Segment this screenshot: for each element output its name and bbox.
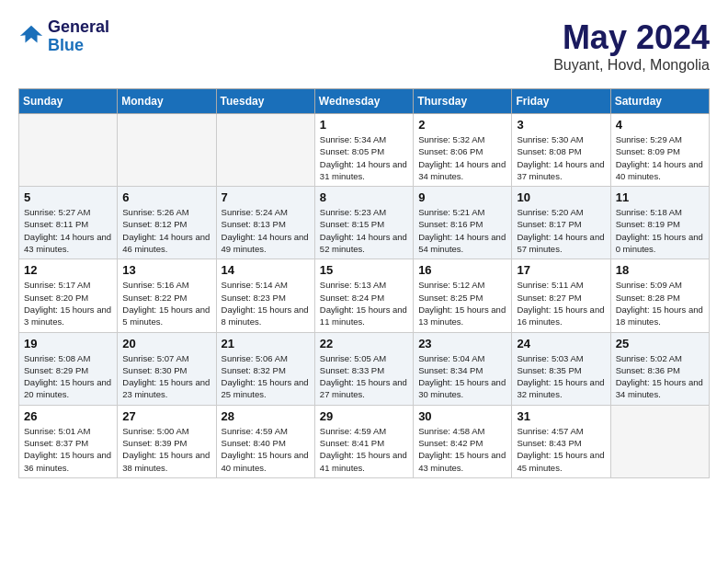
day-number: 24 — [517, 337, 605, 350]
calendar-cell: 19Sunrise: 5:08 AMSunset: 8:29 PMDayligh… — [19, 332, 118, 405]
weekday-header-wednesday: Wednesday — [314, 89, 413, 114]
day-info: Sunrise: 5:26 AMSunset: 8:12 PMDaylight:… — [122, 206, 210, 255]
calendar-cell: 3Sunrise: 5:30 AMSunset: 8:08 PMDaylight… — [512, 114, 610, 187]
weekday-header-row: SundayMondayTuesdayWednesdayThursdayFrid… — [19, 89, 710, 114]
day-info: Sunrise: 5:09 AMSunset: 8:28 PMDaylight:… — [616, 279, 704, 327]
calendar-cell: 15Sunrise: 5:13 AMSunset: 8:24 PMDayligh… — [314, 259, 413, 332]
calendar-cell — [216, 114, 314, 187]
calendar-cell: 5Sunrise: 5:27 AMSunset: 8:11 PMDaylight… — [19, 187, 118, 259]
day-info: Sunrise: 4:57 AMSunset: 8:43 PMDaylight:… — [517, 425, 605, 474]
svg-marker-0 — [20, 26, 42, 43]
day-info: Sunrise: 5:02 AMSunset: 8:36 PMDaylight:… — [616, 352, 704, 401]
page-header: General Blue May 2024 Buyant, Hovd, Mong… — [18, 18, 710, 74]
weekday-header-monday: Monday — [118, 89, 216, 114]
day-number: 1 — [320, 118, 408, 132]
calendar-cell: 26Sunrise: 5:01 AMSunset: 8:37 PMDayligh… — [19, 405, 118, 477]
day-number: 17 — [517, 263, 605, 277]
calendar-cell: 27Sunrise: 5:00 AMSunset: 8:39 PMDayligh… — [118, 405, 216, 477]
calendar-cell: 20Sunrise: 5:07 AMSunset: 8:30 PMDayligh… — [118, 332, 216, 405]
logo-text-line1: General — [48, 18, 109, 37]
day-info: Sunrise: 5:34 AMSunset: 8:05 PMDaylight:… — [320, 133, 408, 182]
day-info: Sunrise: 5:27 AMSunset: 8:11 PMDaylight:… — [24, 206, 112, 255]
day-number: 16 — [418, 263, 506, 277]
calendar-cell: 30Sunrise: 4:58 AMSunset: 8:42 PMDayligh… — [414, 405, 512, 477]
day-info: Sunrise: 5:16 AMSunset: 8:22 PMDaylight:… — [122, 279, 210, 327]
calendar-cell: 28Sunrise: 4:59 AMSunset: 8:40 PMDayligh… — [216, 405, 314, 477]
calendar-cell: 29Sunrise: 4:59 AMSunset: 8:41 PMDayligh… — [314, 405, 413, 477]
day-info: Sunrise: 5:32 AMSunset: 8:06 PMDaylight:… — [418, 133, 506, 182]
day-info: Sunrise: 5:23 AMSunset: 8:15 PMDaylight:… — [320, 206, 408, 255]
calendar-cell: 25Sunrise: 5:02 AMSunset: 8:36 PMDayligh… — [610, 332, 709, 405]
day-info: Sunrise: 5:00 AMSunset: 8:39 PMDaylight:… — [122, 425, 210, 474]
calendar-cell: 11Sunrise: 5:18 AMSunset: 8:19 PMDayligh… — [610, 187, 709, 259]
calendar-cell — [118, 114, 216, 187]
calendar-cell: 14Sunrise: 5:14 AMSunset: 8:23 PMDayligh… — [216, 259, 314, 332]
calendar-cell: 31Sunrise: 4:57 AMSunset: 8:43 PMDayligh… — [512, 405, 610, 477]
weekday-header-tuesday: Tuesday — [216, 89, 314, 114]
day-info: Sunrise: 5:08 AMSunset: 8:29 PMDaylight:… — [24, 352, 112, 401]
calendar-cell: 16Sunrise: 5:12 AMSunset: 8:25 PMDayligh… — [414, 259, 512, 332]
day-number: 3 — [517, 118, 605, 132]
logo: General Blue — [18, 18, 109, 55]
logo-icon — [18, 24, 44, 50]
calendar-cell: 7Sunrise: 5:24 AMSunset: 8:13 PMDaylight… — [216, 187, 314, 259]
day-info: Sunrise: 5:29 AMSunset: 8:09 PMDaylight:… — [616, 133, 704, 182]
title-block: May 2024 Buyant, Hovd, Mongolia — [553, 18, 710, 74]
calendar-cell: 18Sunrise: 5:09 AMSunset: 8:28 PMDayligh… — [610, 259, 709, 332]
day-number: 6 — [122, 190, 210, 204]
day-info: Sunrise: 5:14 AMSunset: 8:23 PMDaylight:… — [222, 279, 310, 327]
calendar-cell: 10Sunrise: 5:20 AMSunset: 8:17 PMDayligh… — [512, 187, 610, 259]
day-info: Sunrise: 5:21 AMSunset: 8:16 PMDaylight:… — [418, 206, 506, 255]
day-info: Sunrise: 5:11 AMSunset: 8:27 PMDaylight:… — [517, 279, 605, 327]
day-number: 22 — [320, 337, 408, 350]
day-number: 25 — [616, 337, 704, 350]
logo-text-line2: Blue — [48, 37, 109, 55]
day-number: 15 — [320, 263, 408, 277]
calendar-week-3: 12Sunrise: 5:17 AMSunset: 8:20 PMDayligh… — [19, 259, 710, 332]
day-info: Sunrise: 5:20 AMSunset: 8:17 PMDaylight:… — [517, 206, 605, 255]
calendar-cell: 9Sunrise: 5:21 AMSunset: 8:16 PMDaylight… — [414, 187, 512, 259]
day-number: 10 — [517, 190, 605, 204]
day-info: Sunrise: 5:18 AMSunset: 8:19 PMDaylight:… — [616, 206, 704, 255]
calendar-cell: 8Sunrise: 5:23 AMSunset: 8:15 PMDaylight… — [314, 187, 413, 259]
day-info: Sunrise: 4:58 AMSunset: 8:42 PMDaylight:… — [418, 425, 506, 474]
calendar-table: SundayMondayTuesdayWednesdayThursdayFrid… — [18, 88, 710, 478]
day-info: Sunrise: 5:12 AMSunset: 8:25 PMDaylight:… — [418, 279, 506, 327]
day-number: 29 — [320, 409, 408, 423]
calendar-cell: 1Sunrise: 5:34 AMSunset: 8:05 PMDaylight… — [314, 114, 413, 187]
day-info: Sunrise: 5:04 AMSunset: 8:34 PMDaylight:… — [418, 352, 506, 401]
calendar-cell: 6Sunrise: 5:26 AMSunset: 8:12 PMDaylight… — [118, 187, 216, 259]
day-number: 27 — [122, 409, 210, 423]
calendar-cell: 17Sunrise: 5:11 AMSunset: 8:27 PMDayligh… — [512, 259, 610, 332]
calendar-cell — [610, 405, 709, 477]
calendar-cell: 4Sunrise: 5:29 AMSunset: 8:09 PMDaylight… — [610, 114, 709, 187]
day-number: 9 — [418, 190, 506, 204]
day-info: Sunrise: 5:30 AMSunset: 8:08 PMDaylight:… — [517, 133, 605, 182]
calendar-cell: 24Sunrise: 5:03 AMSunset: 8:35 PMDayligh… — [512, 332, 610, 405]
day-number: 7 — [222, 190, 310, 204]
calendar-cell: 23Sunrise: 5:04 AMSunset: 8:34 PMDayligh… — [414, 332, 512, 405]
day-info: Sunrise: 5:03 AMSunset: 8:35 PMDaylight:… — [517, 352, 605, 401]
day-info: Sunrise: 4:59 AMSunset: 8:41 PMDaylight:… — [320, 425, 408, 474]
day-number: 20 — [122, 337, 210, 350]
day-info: Sunrise: 5:01 AMSunset: 8:37 PMDaylight:… — [24, 425, 112, 474]
day-number: 31 — [517, 409, 605, 423]
day-number: 26 — [24, 409, 112, 423]
month-title: May 2024 — [553, 18, 710, 57]
weekday-header-friday: Friday — [512, 89, 610, 114]
calendar-cell: 13Sunrise: 5:16 AMSunset: 8:22 PMDayligh… — [118, 259, 216, 332]
day-number: 14 — [222, 263, 310, 277]
day-number: 5 — [24, 190, 112, 204]
day-info: Sunrise: 5:17 AMSunset: 8:20 PMDaylight:… — [24, 279, 112, 327]
day-info: Sunrise: 4:59 AMSunset: 8:40 PMDaylight:… — [222, 425, 310, 474]
day-number: 2 — [418, 118, 506, 132]
calendar-cell: 12Sunrise: 5:17 AMSunset: 8:20 PMDayligh… — [19, 259, 118, 332]
location-title: Buyant, Hovd, Mongolia — [553, 57, 710, 74]
day-number: 13 — [122, 263, 210, 277]
day-info: Sunrise: 5:07 AMSunset: 8:30 PMDaylight:… — [122, 352, 210, 401]
calendar-cell: 22Sunrise: 5:05 AMSunset: 8:33 PMDayligh… — [314, 332, 413, 405]
day-info: Sunrise: 5:06 AMSunset: 8:32 PMDaylight:… — [222, 352, 310, 401]
day-number: 30 — [418, 409, 506, 423]
calendar-week-4: 19Sunrise: 5:08 AMSunset: 8:29 PMDayligh… — [19, 332, 710, 405]
day-number: 28 — [222, 409, 310, 423]
